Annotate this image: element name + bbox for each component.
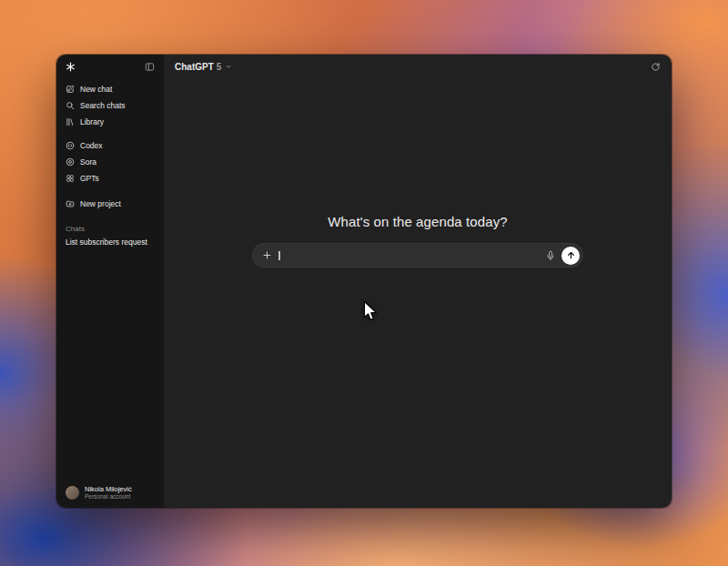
sidebar-item-new-chat[interactable]: New chat (56, 81, 164, 97)
sidebar-item-label: Sora (80, 157, 96, 167)
sidebar-item-gpts[interactable]: GPTs (56, 170, 164, 187)
search-icon (66, 101, 75, 110)
sidebar-item-library[interactable]: Library (56, 114, 164, 130)
conversation-start: What's on the agenda today? (164, 214, 672, 268)
sidebar-item-sora[interactable]: Sora (56, 154, 164, 170)
library-icon (66, 117, 75, 126)
sidebar-item-new-project[interactable]: New project (56, 196, 164, 212)
account-name: Nikola Milojević (85, 485, 132, 493)
sidebar-item-label: GPTs (80, 174, 99, 183)
model-version: 5 (217, 62, 222, 72)
sora-icon (66, 157, 75, 167)
sidebar-item-codex[interactable]: Codex (56, 137, 164, 154)
model-name: ChatGPT (175, 62, 214, 72)
avatar (66, 486, 79, 500)
gpts-icon (66, 174, 75, 183)
greeting-text: What's on the agenda today? (328, 214, 507, 229)
sidebar-item-label: New chat (80, 85, 112, 94)
main-area: ChatGPT 5 What's on the agenda today? (164, 55, 672, 508)
codex-icon (66, 141, 75, 150)
sidebar-item-label: Codex (80, 141, 103, 150)
sidebar-nav: New chat Search chats Library (56, 81, 164, 130)
plus-icon[interactable] (262, 250, 272, 260)
chatgpt-app-window: New chat Search chats Library (56, 55, 672, 508)
chat-item[interactable]: List subscribers request (56, 234, 164, 250)
chevron-down-icon (225, 63, 232, 70)
new-chat-icon (66, 85, 75, 94)
account-text: Nikola Milojević Personal account (85, 485, 132, 500)
text-caret (278, 251, 280, 260)
mic-icon[interactable] (545, 250, 556, 261)
sidebar-item-label: Search chats (80, 101, 126, 110)
composer[interactable] (252, 243, 583, 268)
send-button[interactable] (561, 247, 580, 265)
chats-section-header: Chats (56, 223, 164, 234)
model-selector[interactable]: ChatGPT 5 (175, 62, 232, 72)
sidebar-apps: Codex Sora GPTs (56, 137, 164, 187)
sidebar-toggle-icon[interactable] (145, 62, 155, 72)
mouse-cursor-icon (363, 300, 379, 322)
chatgpt-logo-icon (66, 62, 76, 72)
account-row[interactable]: Nikola Milojević Personal account (56, 478, 164, 508)
sidebar: New chat Search chats Library (56, 55, 164, 508)
main-topbar: ChatGPT 5 (164, 55, 672, 78)
sidebar-item-label: New project (80, 199, 121, 208)
new-project-folder-icon (66, 199, 75, 208)
sidebar-item-search-chats[interactable]: Search chats (56, 97, 164, 114)
sidebar-item-label: Library (80, 117, 104, 126)
refresh-icon[interactable] (651, 62, 661, 72)
chat-item-title: List subscribers request (66, 238, 147, 247)
sidebar-header (56, 55, 164, 76)
arrow-up-icon (566, 250, 576, 260)
account-plan: Personal account (85, 493, 132, 500)
